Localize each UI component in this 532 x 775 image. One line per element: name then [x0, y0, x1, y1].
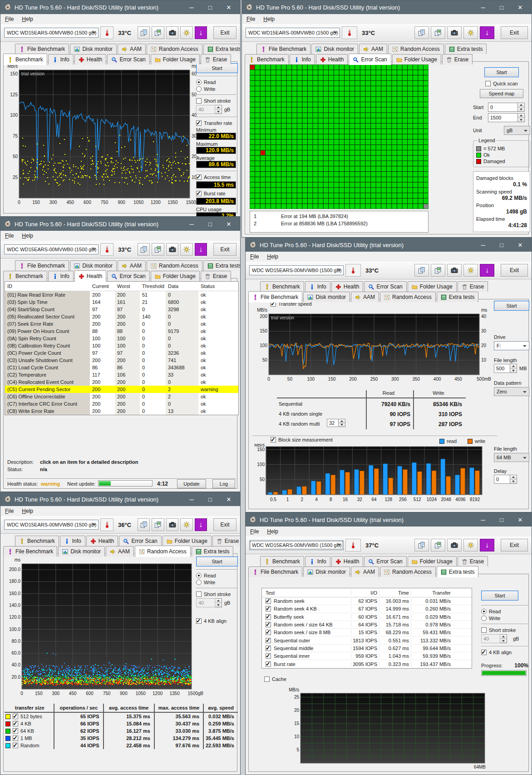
tab-benchmark[interactable]: Benchmark: [260, 281, 304, 292]
tab-file-benchmark[interactable]: File Benchmark: [15, 44, 69, 54]
update-button[interactable]: ↓: [480, 26, 494, 39]
copy-text-button[interactable]: [138, 243, 150, 256]
checkbox-icon[interactable]: [13, 714, 18, 719]
copy-text-button[interactable]: [138, 518, 150, 531]
drive-select[interactable]: WDC WD15EARS-00MVWB0 (1500 gB): [246, 28, 340, 38]
tab-extra-tests[interactable]: Extra tests: [445, 44, 487, 54]
tab-info[interactable]: Info: [48, 271, 74, 281]
read-radio[interactable]: Read: [481, 609, 528, 614]
settings-button[interactable]: [463, 539, 478, 551]
maximize-button[interactable]: □: [494, 4, 509, 11]
update-button[interactable]: ↓: [195, 243, 207, 256]
drive-select[interactable]: WDC WD15EARS-00MVWB0 (1500 gB): [4, 520, 99, 530]
update-button[interactable]: ↓: [480, 264, 494, 277]
extra-test-row[interactable]: Burst rate3095 IOPS0.323 ms193.437 MB/s: [262, 660, 472, 668]
smart-row[interactable]: (C7) Interface CRC Error Count20020000ok: [5, 400, 238, 407]
scan-start-stepper[interactable]: 0: [488, 103, 525, 112]
burst-rate-checkbox[interactable]: Burst rate: [196, 191, 238, 196]
tab-disk-monitor[interactable]: Disk monitor: [311, 44, 358, 54]
menu-item-help[interactable]: Help: [22, 16, 33, 22]
minimize-button[interactable]: ─: [184, 496, 199, 503]
settings-button[interactable]: [180, 26, 192, 39]
extra-test-row[interactable]: Sequential outer1813 IOPS0.551 ms113.332…: [262, 636, 472, 644]
tab-aam[interactable]: AAM: [118, 260, 146, 271]
tab-error-scan[interactable]: Error Scan: [107, 54, 149, 65]
stroke-size-stepper[interactable]: 40: [196, 598, 222, 607]
drive-select[interactable]: WDC WD15EARS-00MVWB0 (1500 gB): [4, 244, 99, 254]
update-button[interactable]: Update: [177, 479, 206, 488]
smart-row[interactable]: (C2) Temperature117106033ok: [5, 371, 238, 378]
copy-image-button[interactable]: [431, 264, 445, 277]
tab-health[interactable]: Health: [86, 536, 118, 546]
menu-item-file[interactable]: File: [5, 233, 14, 239]
tab-folder-usage[interactable]: Folder Usage: [163, 536, 212, 546]
extra-test-row[interactable]: Sequential middle1594 IOPS0.627 ms99.644…: [262, 645, 472, 652]
tab-file-benchmark[interactable]: File Benchmark: [248, 291, 302, 303]
tab-info[interactable]: Info: [305, 556, 330, 566]
tab-error-scan[interactable]: Error Scan: [119, 536, 161, 546]
align-4kb-checkbox[interactable]: 4 KB align: [196, 618, 238, 624]
maximize-button[interactable]: □: [202, 496, 218, 503]
tab-info[interactable]: Info: [60, 536, 85, 546]
update-button[interactable]: ↓: [480, 539, 494, 551]
tab-erase[interactable]: Erase: [201, 271, 231, 281]
log-button[interactable]: Log: [212, 479, 235, 488]
access-time-checkbox[interactable]: Access time: [196, 174, 238, 180]
tab-aam[interactable]: AAM: [359, 44, 387, 54]
copy-image-button[interactable]: [152, 518, 164, 531]
settings-button[interactable]: [463, 26, 478, 39]
smart-row[interactable]: (C0) Unsafe Shutdown Count2002000741ok: [5, 357, 238, 364]
tab-health[interactable]: Health: [74, 54, 107, 65]
minimize-button[interactable]: ─: [475, 4, 491, 11]
checkbox-icon[interactable]: [266, 630, 271, 635]
maximize-button[interactable]: □: [202, 221, 218, 228]
tab-error-scan[interactable]: Error Scan: [107, 271, 149, 281]
tab-erase[interactable]: Erase: [212, 536, 241, 546]
checkbox-icon[interactable]: [13, 743, 18, 748]
unit-dropdown[interactable]: gB: [504, 126, 530, 135]
tab-aam[interactable]: AAM: [118, 44, 146, 54]
tab-health[interactable]: Health: [316, 54, 348, 65]
exit-button[interactable]: Exit: [213, 518, 236, 531]
align-4kb-checkbox[interactable]: 4 KB align: [481, 650, 528, 655]
cache-checkbox[interactable]: Cache: [264, 676, 286, 682]
close-button[interactable]: ✕: [221, 496, 236, 503]
exit-button[interactable]: Exit: [501, 539, 528, 551]
menu-item-help[interactable]: Help: [22, 508, 33, 514]
tab-erase[interactable]: Erase: [201, 54, 231, 65]
tab-folder-usage[interactable]: Folder Usage: [408, 281, 457, 292]
tab-random-access[interactable]: Random Access: [380, 566, 436, 577]
smart-row[interactable]: (C6) Offline Uncorrectable20020002ok: [5, 393, 238, 400]
short-stroke-checkbox[interactable]: Short stroke: [481, 627, 528, 633]
tab-error-scan[interactable]: Error Scan: [349, 54, 391, 65]
start-button[interactable]: Start: [196, 63, 238, 73]
start-button[interactable]: Start: [196, 556, 238, 566]
short-stroke-checkbox[interactable]: Short stroke: [196, 591, 238, 597]
smart-row[interactable]: (03) Spin Up Time164161216800ok: [5, 298, 238, 306]
tab-error-scan[interactable]: Error Scan: [364, 281, 406, 292]
copy-image-button[interactable]: [431, 26, 445, 39]
tab-erase[interactable]: Erase: [442, 54, 473, 65]
tab-disk-monitor[interactable]: Disk monitor: [303, 292, 350, 302]
error-list[interactable]: 1Error at 194 MB (LBA 397824)2Error at 8…: [250, 211, 429, 233]
minimize-button[interactable]: ─: [475, 517, 491, 523]
smart-row[interactable]: (04) Start/Stop Count979703298ok: [5, 306, 238, 313]
tab-health[interactable]: Health: [74, 270, 107, 282]
tab-folder-usage[interactable]: Folder Usage: [408, 556, 457, 566]
checkbox-icon[interactable]: [266, 638, 271, 643]
drive-dropdown[interactable]: F:: [494, 341, 529, 350]
update-button[interactable]: ↓: [195, 26, 207, 39]
tab-random-access[interactable]: Random Access: [388, 44, 444, 54]
error-list-item[interactable]: 1Error at 194 MB (LBA 397824): [250, 213, 428, 220]
tab-file-benchmark[interactable]: File Benchmark: [3, 546, 57, 556]
data-pattern-dropdown[interactable]: Zero: [494, 387, 529, 396]
exit-button[interactable]: Exit: [213, 26, 236, 39]
extra-test-row[interactable]: Random seek 4 KB67 IOPS14.999 ms0.260 MB…: [262, 605, 472, 613]
menu-item-help[interactable]: Help: [267, 253, 278, 260]
scan-end-stepper[interactable]: 1500: [488, 113, 525, 122]
close-button[interactable]: ✕: [221, 4, 236, 11]
menu-item-file[interactable]: File: [250, 253, 259, 260]
copy-text-button[interactable]: [414, 539, 429, 551]
tab-extra-tests[interactable]: Extra tests: [203, 44, 241, 54]
speed-map-button[interactable]: Speed map: [480, 89, 523, 98]
